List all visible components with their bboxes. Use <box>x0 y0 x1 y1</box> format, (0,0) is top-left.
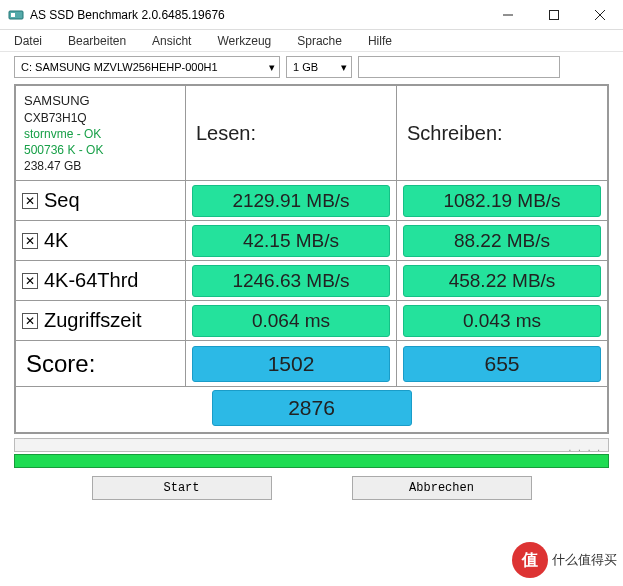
header-write: Schreiben: <box>397 86 608 181</box>
info-firmware: CXB73H1Q <box>24 110 177 126</box>
checkbox-4k64[interactable]: ✕ <box>22 273 38 289</box>
info-driver: stornvme - OK <box>24 126 177 142</box>
access-read: 0.064 ms <box>192 305 390 337</box>
title-bar: AS SSD Benchmark 2.0.6485.19676 <box>0 0 623 30</box>
close-button[interactable] <box>577 0 623 29</box>
label-4k64: 4K-64Thrd <box>44 269 139 292</box>
4k64-write: 458.22 MB/s <box>403 265 601 297</box>
menu-bar: Datei Bearbeiten Ansicht Werkzeug Sprach… <box>0 30 623 52</box>
start-button[interactable]: Start <box>92 476 272 500</box>
toolbar: C: SAMSUNG MZVLW256HEHP-000H1 ▾ 1 GB ▾ <box>0 52 623 84</box>
checkbox-4k[interactable]: ✕ <box>22 233 38 249</box>
maximize-button[interactable] <box>531 0 577 29</box>
drive-value: C: SAMSUNG MZVLW256HEHP-000H1 <box>21 61 218 73</box>
header-read: Lesen: <box>186 86 397 181</box>
info-model: SAMSUNG <box>24 92 177 110</box>
watermark-text: 什么值得买 <box>552 551 623 569</box>
menu-ansicht[interactable]: Ansicht <box>152 34 191 48</box>
app-icon <box>8 7 24 23</box>
chevron-down-icon: ▾ <box>269 61 275 74</box>
progress-bar-1: . . . . <box>14 438 609 452</box>
score-total: 2876 <box>212 390 412 426</box>
window-title: AS SSD Benchmark 2.0.6485.19676 <box>30 8 485 22</box>
minimize-button[interactable] <box>485 0 531 29</box>
svg-rect-3 <box>550 10 559 19</box>
text-input[interactable] <box>358 56 560 78</box>
label-4k: 4K <box>44 229 68 252</box>
chevron-down-icon: ▾ <box>341 61 347 74</box>
menu-hilfe[interactable]: Hilfe <box>368 34 392 48</box>
watermark: 值 什么值得买 <box>512 542 623 578</box>
svg-rect-1 <box>11 13 15 17</box>
results-panel: SAMSUNG CXB73H1Q stornvme - OK 500736 K … <box>14 84 609 434</box>
score-read: 1502 <box>192 346 390 382</box>
drive-select[interactable]: C: SAMSUNG MZVLW256HEHP-000H1 ▾ <box>14 56 280 78</box>
progress-bar-2 <box>14 454 609 468</box>
4k64-read: 1246.63 MB/s <box>192 265 390 297</box>
abort-button[interactable]: Abbrechen <box>352 476 532 500</box>
score-write: 655 <box>403 346 601 382</box>
4k-write: 88.22 MB/s <box>403 225 601 257</box>
drive-info: SAMSUNG CXB73H1Q stornvme - OK 500736 K … <box>16 86 186 181</box>
4k-read: 42.15 MB/s <box>192 225 390 257</box>
menu-werkzeug[interactable]: Werkzeug <box>217 34 271 48</box>
info-capacity: 238.47 GB <box>24 158 177 174</box>
checkbox-seq[interactable]: ✕ <box>22 193 38 209</box>
size-value: 1 GB <box>293 61 318 73</box>
seq-read: 2129.91 MB/s <box>192 185 390 217</box>
menu-sprache[interactable]: Sprache <box>297 34 342 48</box>
watermark-icon: 值 <box>512 542 548 578</box>
size-select[interactable]: 1 GB ▾ <box>286 56 352 78</box>
label-seq: Seq <box>44 189 80 212</box>
menu-bearbeiten[interactable]: Bearbeiten <box>68 34 126 48</box>
label-access: Zugriffszeit <box>44 309 141 332</box>
access-write: 0.043 ms <box>403 305 601 337</box>
checkbox-access[interactable]: ✕ <box>22 313 38 329</box>
score-label: Score: <box>16 341 186 387</box>
button-row: Start Abbrechen <box>0 474 623 508</box>
seq-write: 1082.19 MB/s <box>403 185 601 217</box>
menu-datei[interactable]: Datei <box>14 34 42 48</box>
info-alignment: 500736 K - OK <box>24 142 177 158</box>
progress-dots: . . . . <box>569 442 602 453</box>
